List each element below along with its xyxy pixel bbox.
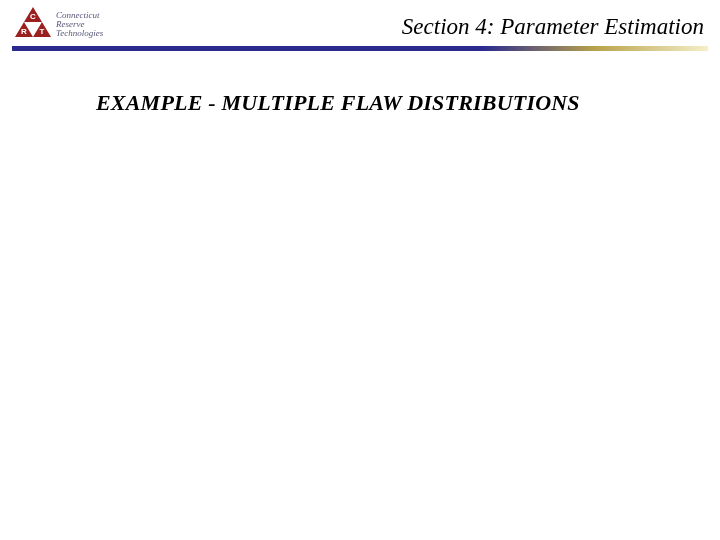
- logo-text: Connecticut Reserve Technologies: [56, 11, 103, 38]
- slide: C R T Connecticut Reserve Technologies S…: [0, 0, 720, 540]
- slide-header: C R T Connecticut Reserve Technologies S…: [0, 6, 720, 46]
- company-logo: C R T Connecticut Reserve Technologies: [14, 6, 126, 42]
- logo-line: Technologies: [56, 29, 103, 38]
- header-divider: [12, 46, 708, 51]
- divider-blue-segment: [12, 46, 482, 51]
- logo-triangles-icon: C R T: [14, 7, 52, 41]
- page-title: EXAMPLE - MULTIPLE FLAW DISTRIBUTIONS: [96, 90, 580, 116]
- logo-letter: T: [33, 27, 51, 36]
- divider-gradient-segment: [482, 46, 708, 51]
- logo-letter: R: [15, 27, 33, 36]
- logo-letter: C: [24, 12, 42, 21]
- section-title: Section 4: Parameter Estimation: [402, 14, 704, 40]
